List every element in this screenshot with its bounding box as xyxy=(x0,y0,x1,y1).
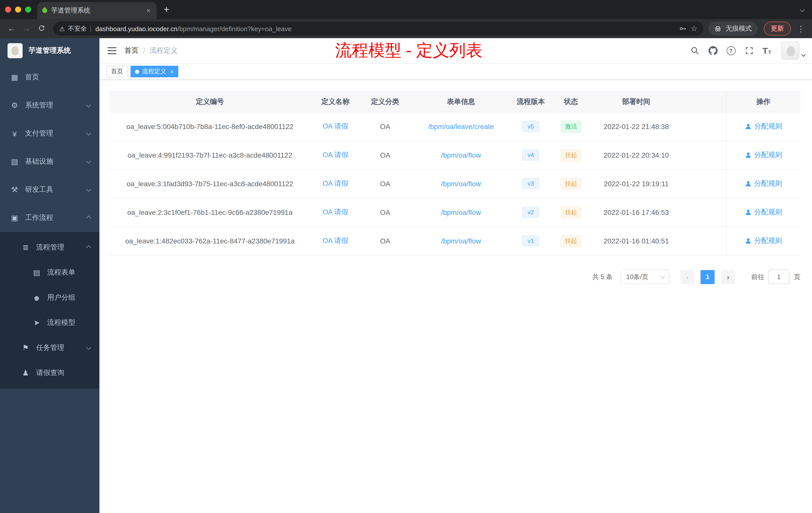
sidebar-item-infra[interactable]: ▧ 基础设施 xyxy=(0,148,99,176)
assign-rule-link[interactable]: 分配规则 xyxy=(745,208,782,217)
form-link[interactable]: /bpm/oa/flow xyxy=(441,151,481,159)
sidebar-item-devtools[interactable]: ⚒ 研发工具 xyxy=(0,176,99,204)
sidebar-item-workflow[interactable]: ▣ 工作流程 xyxy=(0,204,99,232)
definition-name-link[interactable]: OA 请假 xyxy=(323,179,348,187)
tag-close-icon[interactable]: × xyxy=(169,68,174,74)
form-link[interactable]: /bpm/oa/flow xyxy=(441,180,481,188)
deploy-time: 2022-01-22 19:19:11 xyxy=(592,170,680,198)
url-divider: | xyxy=(90,25,91,32)
sidebar-item-process-form[interactable]: ▤ 流程表单 xyxy=(0,260,99,285)
app-logo[interactable]: 芋道管理系统 xyxy=(0,38,99,63)
sidebar-item-leave-query[interactable]: ♟ 请假查询 xyxy=(0,360,99,386)
assign-rule-link[interactable]: 分配规则 xyxy=(745,150,782,159)
url-domain: dashboard.yudao.iocoder.cn xyxy=(95,25,177,32)
sidebar-menu: ▦ 首页 ⚙ 系统管理 ¥ 支付管理 ▧ 基础设施 xyxy=(0,63,99,513)
font-size-icon[interactable] xyxy=(762,47,771,55)
workflow-icon: ▣ xyxy=(10,213,19,222)
definition-category: OA xyxy=(360,227,410,255)
chevron-up-icon xyxy=(86,245,91,250)
breadcrumb: 首页 / 流程定义 xyxy=(124,46,178,55)
definition-name-link[interactable]: OA 请假 xyxy=(323,122,348,130)
person-icon xyxy=(745,180,752,187)
status-badge: 挂起 xyxy=(560,149,581,161)
browser-tab[interactable]: 芋道管理系统 × xyxy=(37,2,157,19)
person-icon xyxy=(745,209,752,216)
total-count: 共 5 条 xyxy=(592,272,613,281)
chevron-down-icon xyxy=(86,102,91,107)
tab-close-icon[interactable]: × xyxy=(146,6,152,14)
forward-button[interactable]: → xyxy=(20,22,33,35)
hamburger-icon[interactable] xyxy=(108,47,116,54)
sidebar-item-user-group[interactable]: ☻ 用户分组 xyxy=(0,285,99,310)
sidebar-item-process-model[interactable]: ➤ 流程模型 xyxy=(0,310,99,335)
page-content: 定义编号 定义名称 定义分类 表单信息 流程版本 状态 部署时间 操作 xyxy=(99,80,812,513)
yen-icon: ¥ xyxy=(10,129,19,138)
chevron-down-icon xyxy=(661,274,665,278)
chevron-up-icon xyxy=(86,215,91,220)
sidebar-item-home[interactable]: ▦ 首页 xyxy=(0,63,99,91)
next-page-button[interactable]: › xyxy=(721,270,735,284)
assign-rule-link[interactable]: 分配规则 xyxy=(745,179,782,188)
screen: 芋道管理系统 × + ← → ⚠ 不安全 | dashboard.yudao.i… xyxy=(0,0,812,513)
form-link[interactable]: /bpm/oa/flow xyxy=(441,208,481,216)
goto-page-input[interactable] xyxy=(768,270,789,284)
status-badge: 挂起 xyxy=(560,177,581,190)
reload-button[interactable] xyxy=(35,22,48,35)
form-link[interactable]: /bpm/oa/leave/create xyxy=(428,122,494,130)
chevron-down-icon xyxy=(86,158,91,163)
sidebar: 芋道管理系统 ▦ 首页 ⚙ 系统管理 ¥ 支付管理 ▧ xyxy=(0,38,99,513)
favicon xyxy=(41,7,48,14)
assign-rule-link[interactable]: 分配规则 xyxy=(745,236,782,245)
fullscreen-icon[interactable] xyxy=(745,46,754,55)
user-menu[interactable] xyxy=(781,42,805,60)
version-badge: v2 xyxy=(522,207,539,218)
definition-name-link[interactable]: OA 请假 xyxy=(323,208,348,216)
filler-cell xyxy=(680,170,726,198)
definition-id: oa_leave:1:482ec033-762a-11ec-8477-a2380… xyxy=(110,227,310,255)
bookmark-star-icon[interactable]: ☆ xyxy=(691,24,697,33)
avatar[interactable] xyxy=(781,42,800,60)
search-icon[interactable] xyxy=(690,46,699,55)
current-page-button[interactable]: 1 xyxy=(700,270,715,284)
github-icon[interactable] xyxy=(708,46,717,55)
chevron-down-icon[interactable] xyxy=(802,50,805,59)
incognito-badge: 无痕模式 xyxy=(708,22,758,36)
password-key-icon[interactable] xyxy=(679,25,687,33)
sidebar-item-payment[interactable]: ¥ 支付管理 xyxy=(0,119,99,148)
pagination: 共 5 条 10条/页 ‹ 1 › 前往 页 xyxy=(110,270,801,284)
security-chip[interactable]: ⚠ 不安全 | xyxy=(59,24,91,33)
filler-cell xyxy=(680,198,726,227)
definition-table: 定义编号 定义名称 定义分类 表单信息 流程版本 状态 部署时间 操作 xyxy=(110,91,801,255)
definition-name-link[interactable]: OA 请假 xyxy=(323,236,348,244)
macos-zoom-button[interactable] xyxy=(25,6,31,12)
warning-icon: ⚠ xyxy=(59,25,65,32)
tag-home[interactable]: 首页 xyxy=(107,66,127,77)
url-text[interactable]: dashboard.yudao.iocoder.cn/bpm/manager/d… xyxy=(95,25,675,32)
sidebar-item-system[interactable]: ⚙ 系统管理 xyxy=(0,91,99,119)
prev-page-button[interactable]: ‹ xyxy=(680,270,695,284)
col-filler xyxy=(680,92,726,112)
form-link[interactable]: /bpm/oa/flow xyxy=(441,237,481,245)
table-row: oa_leave:3:1fad3d93-7b75-11ec-a3c8-acde4… xyxy=(110,170,801,198)
breadcrumb-home[interactable]: 首页 xyxy=(124,46,139,55)
macos-minimize-button[interactable] xyxy=(15,6,21,12)
definition-name-link[interactable]: OA 请假 xyxy=(323,151,348,159)
address-bar[interactable]: ⚠ 不安全 | dashboard.yudao.iocoder.cn/bpm/m… xyxy=(53,22,703,36)
page-size-select[interactable]: 10条/页 xyxy=(621,270,669,284)
dashboard-icon: ▦ xyxy=(10,73,19,82)
page-unit-label: 页 xyxy=(794,272,801,281)
sidebar-item-process-mgmt[interactable]: ≣ 流程管理 xyxy=(0,235,99,260)
app-navbar: 首页 / 流程定义 流程模型 - 定义列表 ? xyxy=(99,38,812,64)
definition-category: OA xyxy=(360,141,410,170)
chrome-update-button[interactable]: 更新 xyxy=(764,22,791,36)
new-tab-button[interactable]: + xyxy=(164,4,169,15)
tag-process-definition[interactable]: 流程定义 × xyxy=(130,66,178,77)
sidebar-item-task-mgmt[interactable]: ⚑ 任务管理 xyxy=(0,335,99,360)
macos-close-button[interactable] xyxy=(5,6,11,12)
back-button[interactable]: ← xyxy=(5,22,18,35)
deploy-time: 2022-01-16 01:40:51 xyxy=(592,227,680,255)
assign-rule-link[interactable]: 分配规则 xyxy=(745,122,782,131)
help-icon[interactable]: ? xyxy=(726,46,735,55)
tab-search-icon[interactable] xyxy=(801,5,804,14)
browser-menu-icon[interactable]: ⋮ xyxy=(797,24,805,33)
